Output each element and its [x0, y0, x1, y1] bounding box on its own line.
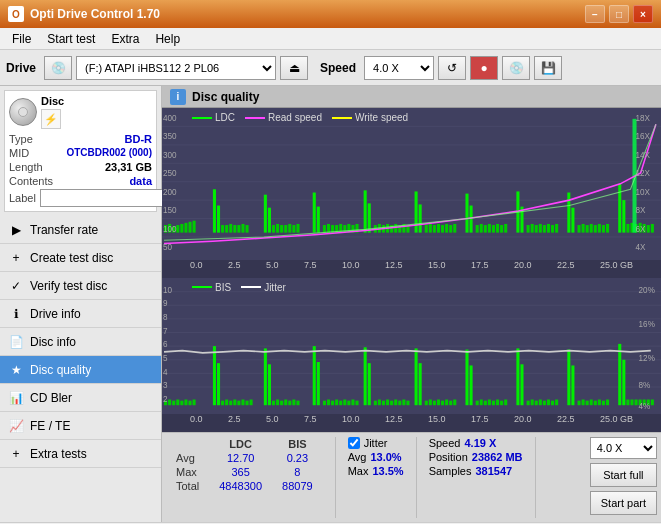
content-header-icon: i — [170, 89, 186, 105]
jitter-max-value: 13.5% — [372, 465, 403, 477]
chart2-svg: 10 9 8 7 6 5 4 3 2 20% 16% 12% 8% — [162, 278, 661, 414]
svg-rect-11 — [180, 224, 183, 233]
svg-rect-12 — [184, 223, 187, 233]
svg-rect-207 — [555, 399, 558, 405]
col-header-ldc: LDC — [209, 437, 272, 451]
svg-rect-96 — [622, 200, 625, 233]
svg-rect-219 — [622, 359, 625, 404]
disc-label-input[interactable] — [40, 189, 173, 207]
avg-ldc: 12.70 — [209, 451, 272, 465]
svg-rect-151 — [280, 400, 283, 405]
svg-rect-57 — [425, 225, 428, 233]
svg-rect-189 — [470, 365, 473, 405]
svg-rect-93 — [602, 225, 605, 233]
test-speed-select[interactable]: 4.0 X — [590, 437, 657, 459]
speed-select-toolbar[interactable]: 4.0 X — [364, 56, 434, 80]
svg-rect-60 — [437, 224, 440, 233]
svg-rect-163 — [343, 399, 346, 405]
speed-label: Speed — [320, 61, 356, 75]
close-button[interactable]: × — [633, 5, 653, 23]
disc-length-value: 23,31 GB — [105, 161, 152, 173]
sidebar-item-label: Transfer rate — [30, 223, 98, 237]
sidebar-item-label: Extra tests — [30, 447, 87, 461]
sidebar-item-cd-bler[interactable]: 📊 CD Bler — [0, 384, 161, 412]
sidebar-item-disc-quality[interactable]: ★ Disc quality — [0, 356, 161, 384]
svg-rect-183 — [437, 399, 440, 405]
max-label: Max — [166, 465, 209, 479]
svg-rect-199 — [520, 364, 523, 405]
svg-text:16X: 16X — [636, 131, 651, 141]
svg-text:150: 150 — [163, 205, 177, 215]
svg-rect-135 — [188, 400, 191, 405]
speed-value: 4.19 X — [464, 437, 496, 449]
sidebar-item-drive-info[interactable]: ℹ Drive info — [0, 300, 161, 328]
svg-rect-68 — [480, 224, 483, 233]
write-speed-color — [332, 117, 352, 119]
svg-rect-83 — [551, 225, 554, 233]
svg-text:18X: 18X — [636, 113, 651, 123]
disc-type-label: Type — [9, 133, 33, 145]
save-button[interactable]: 💾 — [534, 56, 562, 80]
svg-rect-141 — [229, 400, 232, 405]
sidebar-item-verify-test-disc[interactable]: ✓ Verify test disc — [0, 272, 161, 300]
disc-action-icon[interactable]: ⚡ — [41, 109, 61, 129]
svg-text:8X: 8X — [636, 205, 646, 215]
disc-button[interactable]: 💿 — [502, 56, 530, 80]
svg-rect-161 — [335, 399, 338, 405]
max-bis: 8 — [272, 465, 323, 479]
jitter-checkbox[interactable] — [348, 437, 360, 449]
menu-file[interactable]: File — [4, 30, 39, 48]
menu-start-test[interactable]: Start test — [39, 30, 103, 48]
sidebar-item-disc-info[interactable]: 📄 Disc info — [0, 328, 161, 356]
svg-rect-86 — [571, 208, 574, 233]
menu-extra[interactable]: Extra — [103, 30, 147, 48]
svg-rect-188 — [465, 349, 468, 405]
refresh-button[interactable]: ↺ — [438, 56, 466, 80]
svg-rect-134 — [184, 399, 187, 405]
svg-rect-29 — [284, 225, 287, 233]
svg-text:12%: 12% — [639, 352, 656, 363]
svg-text:16%: 16% — [639, 318, 656, 329]
bis-color — [192, 286, 212, 288]
svg-rect-73 — [500, 225, 503, 233]
menu-help[interactable]: Help — [147, 30, 188, 48]
eject-button[interactable]: ⏏ — [280, 56, 308, 80]
svg-rect-59 — [433, 225, 436, 233]
sidebar-item-label: Disc quality — [30, 363, 91, 377]
legend-read-speed: Read speed — [245, 112, 322, 123]
svg-rect-191 — [480, 399, 483, 405]
content-header: i Disc quality — [162, 86, 661, 108]
drive-icon-btn[interactable]: 💿 — [44, 56, 72, 80]
sidebar-item-extra-tests[interactable]: + Extra tests — [0, 440, 161, 468]
svg-rect-77 — [527, 225, 530, 233]
jitter-avg-label: Avg — [348, 451, 367, 463]
start-part-button[interactable]: Start part — [590, 491, 657, 515]
svg-rect-22 — [241, 224, 244, 233]
svg-rect-221 — [630, 399, 633, 405]
sidebar-item-create-test-disc[interactable]: + Create test disc — [0, 244, 161, 272]
svg-rect-55 — [415, 191, 418, 232]
maximize-button[interactable]: □ — [609, 5, 629, 23]
drive-select[interactable]: (F:) ATAPI iHBS112 2 PL06 — [76, 56, 276, 80]
svg-rect-149 — [272, 400, 275, 405]
legend-write-speed: Write speed — [332, 112, 408, 123]
start-full-button[interactable]: Start full — [590, 463, 657, 487]
sidebar-item-transfer-rate[interactable]: ▶ Transfer rate — [0, 216, 161, 244]
svg-rect-136 — [193, 399, 196, 405]
jitter-max-label: Max — [348, 465, 369, 477]
burn-button[interactable]: ● — [470, 56, 498, 80]
svg-rect-215 — [598, 399, 601, 405]
minimize-button[interactable]: − — [585, 5, 605, 23]
svg-rect-212 — [586, 400, 589, 405]
svg-rect-32 — [296, 224, 299, 233]
svg-rect-156 — [313, 346, 316, 405]
svg-rect-142 — [233, 399, 236, 405]
svg-rect-28 — [280, 225, 283, 233]
svg-rect-10 — [176, 225, 179, 233]
sidebar-item-label: Create test disc — [30, 251, 113, 265]
svg-rect-208 — [567, 349, 570, 405]
svg-rect-21 — [237, 225, 240, 233]
disc-label: Disc — [41, 95, 64, 107]
stats-row-avg: Avg 12.70 0.23 — [166, 451, 323, 465]
sidebar-item-fe-te[interactable]: 📈 FE / TE — [0, 412, 161, 440]
